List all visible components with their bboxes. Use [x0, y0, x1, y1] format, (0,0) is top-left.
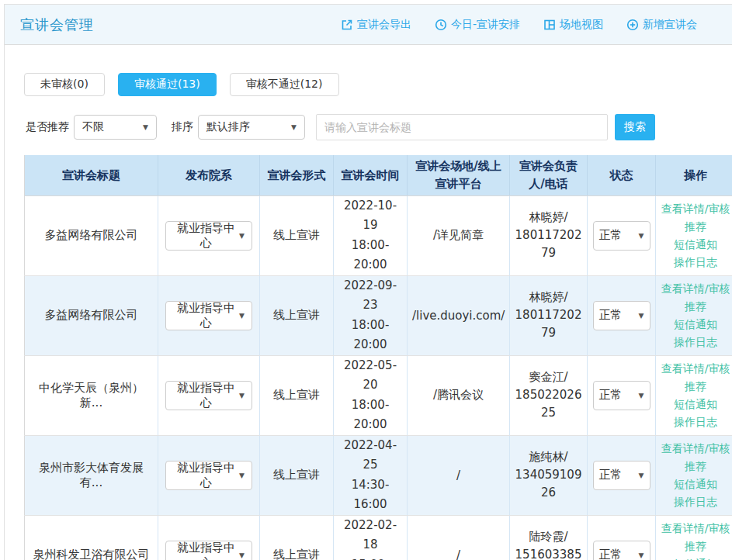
export-presentations-link[interactable]: 宣讲会导出	[341, 18, 411, 32]
view-detail-review-link[interactable]: 查看详情/审核	[657, 360, 732, 378]
cell-status: 正常 ▼	[588, 195, 656, 275]
sms-notify-link[interactable]: 短信通知	[657, 236, 732, 254]
cell-format: 线上宣讲	[260, 195, 334, 275]
cell-actions: 查看详情/审核 推荐 短信通知 操作日志	[656, 435, 732, 515]
cell-venue: /	[408, 515, 510, 560]
cell-title: 多益网络有限公司	[25, 275, 158, 355]
status-select[interactable]: 正常 ▼	[593, 541, 650, 560]
recommend-link[interactable]: 推荐	[657, 458, 732, 475]
department-select-value: 就业指导中心	[173, 221, 239, 251]
today-schedule-link[interactable]: 今日-宣讲安排	[435, 18, 520, 32]
cell-time: 2022-09-23 18:00-20:00	[334, 275, 408, 355]
contact-name: 陆玲霞/	[512, 528, 585, 546]
cell-actions: 查看详情/审核 推荐 短信通知 操作日志	[656, 355, 732, 435]
recommend-link[interactable]: 推荐	[657, 538, 732, 555]
cell-title: 泉州科发卫浴有限公司	[25, 515, 158, 560]
cell-contact: 陆玲霞/ 15160338590	[510, 515, 588, 560]
department-select-value: 就业指导中心	[173, 461, 239, 490]
chevron-down-icon: ▼	[291, 123, 297, 131]
review-status-tabs: 未审核(0) 审核通过(13) 审核不通过(12)	[24, 73, 732, 96]
cell-venue: /详见简章	[408, 195, 510, 275]
status-select-value: 正常	[599, 388, 623, 403]
department-select[interactable]: 就业指导中心 ▼	[165, 221, 252, 251]
search-button[interactable]: 搜索	[615, 114, 655, 140]
plus-icon	[626, 19, 639, 31]
cell-actions: 查看详情/审核 推荐 短信通知 操作日志	[656, 275, 732, 355]
page-title: 宣讲会管理	[20, 16, 94, 34]
recommend-select-value: 不限	[82, 120, 104, 134]
filter-bar: 是否推荐 不限 ▼ 排序 默认排序 ▼ 搜索	[11, 114, 732, 140]
header-contact: 宣讲会负责人/电话	[510, 155, 588, 195]
table-header-row: 宣讲会标题 发布院系 宣讲会形式 宣讲会时间 宣讲会场地/线上宣讲平台 宣讲会负…	[25, 155, 732, 195]
sms-notify-link[interactable]: 短信通知	[657, 396, 732, 413]
session-time: 14:30-16:00	[338, 475, 402, 515]
contact-name: 林晓婷/	[512, 289, 585, 306]
view-detail-review-link[interactable]: 查看详情/审核	[657, 520, 732, 538]
sort-select[interactable]: 默认排序 ▼	[198, 115, 305, 140]
view-detail-review-link[interactable]: 查看详情/审核	[657, 200, 732, 218]
today-schedule-label: 今日-宣讲安排	[451, 18, 520, 32]
department-select-value: 就业指导中心	[173, 301, 239, 330]
cell-time: 2022-02-18 15:00-16:00	[334, 515, 408, 560]
table-row: 中化学天辰（泉州）新... 就业指导中心 ▼ 线上宣讲 2022-05-20 1…	[25, 355, 732, 435]
cell-contact: 林晓婷/ 18011720279	[510, 195, 588, 275]
table-row: 泉州市影大体育发展有... 就业指导中心 ▼ 线上宣讲 2022-04-25 1…	[25, 435, 732, 515]
department-select[interactable]: 就业指导中心 ▼	[165, 541, 252, 560]
recommend-link[interactable]: 推荐	[657, 378, 732, 396]
status-select[interactable]: 正常 ▼	[593, 461, 650, 490]
cell-format: 线上宣讲	[260, 355, 334, 435]
sms-notify-link[interactable]: 短信通知	[657, 316, 732, 334]
status-select[interactable]: 正常 ▼	[593, 301, 650, 330]
table-row: 泉州科发卫浴有限公司 就业指导中心 ▼ 线上宣讲 2022-02-18 15:0…	[25, 515, 732, 560]
topbar-links: 宣讲会导出 今日-宣讲安排 场地视图 新增宣讲会	[341, 5, 697, 45]
cell-time: 2022-05-20 18:00-20:00	[334, 355, 408, 435]
sms-notify-link[interactable]: 短信通知	[657, 475, 732, 493]
status-select[interactable]: 正常 ▼	[593, 221, 650, 251]
contact-phone: 15160338590	[512, 546, 585, 560]
presentation-management-page: 宣讲会管理 宣讲会导出 今日-宣讲安排 场地视图	[4, 4, 732, 560]
recommend-link[interactable]: 推荐	[657, 298, 732, 316]
chevron-down-icon: ▼	[239, 472, 245, 479]
operation-log-link[interactable]: 操作日志	[657, 254, 732, 271]
cell-title: 中化学天辰（泉州）新...	[25, 355, 158, 435]
department-select[interactable]: 就业指导中心 ▼	[165, 301, 252, 330]
contact-name: 窦金江/	[512, 368, 585, 386]
chevron-down-icon: ▼	[239, 232, 245, 240]
search-input[interactable]	[316, 114, 608, 140]
tab-unreviewed[interactable]: 未审核(0)	[24, 73, 105, 96]
add-presentation-link[interactable]: 新增宣讲会	[626, 18, 697, 32]
view-detail-review-link[interactable]: 查看详情/审核	[657, 280, 732, 298]
table-row: 多益网络有限公司 就业指导中心 ▼ 线上宣讲 2022-10-19 18:00-…	[25, 195, 732, 275]
recommend-select[interactable]: 不限 ▼	[74, 115, 157, 140]
department-select[interactable]: 就业指导中心 ▼	[165, 461, 252, 490]
view-detail-review-link[interactable]: 查看详情/审核	[657, 440, 732, 458]
header-time: 宣讲会时间	[334, 155, 408, 195]
cell-status: 正常 ▼	[588, 515, 656, 560]
header-format: 宣讲会形式	[260, 155, 334, 195]
tab-approved[interactable]: 审核通过(13)	[118, 73, 217, 96]
operation-log-link[interactable]: 操作日志	[657, 334, 732, 351]
cell-format: 线上宣讲	[260, 515, 334, 560]
sms-notify-link[interactable]: 短信通知	[657, 555, 732, 560]
operation-log-link[interactable]: 操作日志	[657, 413, 732, 431]
session-date: 2022-09-23	[338, 276, 402, 316]
session-date: 2022-05-20	[338, 356, 402, 396]
department-select[interactable]: 就业指导中心 ▼	[165, 381, 252, 410]
cell-status: 正常 ▼	[588, 355, 656, 435]
export-icon	[341, 19, 353, 31]
venue-view-link[interactable]: 场地视图	[543, 18, 603, 32]
recommend-link[interactable]: 推荐	[657, 218, 732, 236]
operation-log-link[interactable]: 操作日志	[657, 493, 732, 511]
tab-rejected[interactable]: 审核不通过(12)	[230, 73, 339, 96]
status-select[interactable]: 正常 ▼	[593, 381, 650, 410]
contact-phone: 18011720279	[512, 226, 585, 263]
contact-name: 林晓婷/	[512, 209, 585, 226]
add-presentation-label: 新增宣讲会	[643, 18, 697, 32]
cell-time: 2022-04-25 14:30-16:00	[334, 435, 408, 515]
cell-department: 就业指导中心 ▼	[158, 435, 260, 515]
cell-actions: 查看详情/审核 推荐 短信通知 操作日志	[656, 195, 732, 275]
cell-actions: 查看详情/审核 推荐 短信通知 操作日志	[656, 515, 732, 560]
table-row: 多益网络有限公司 就业指导中心 ▼ 线上宣讲 2022-09-23 18:00-…	[25, 275, 732, 355]
header-status: 状态	[588, 155, 656, 195]
session-time: 18:00-20:00	[338, 396, 402, 435]
